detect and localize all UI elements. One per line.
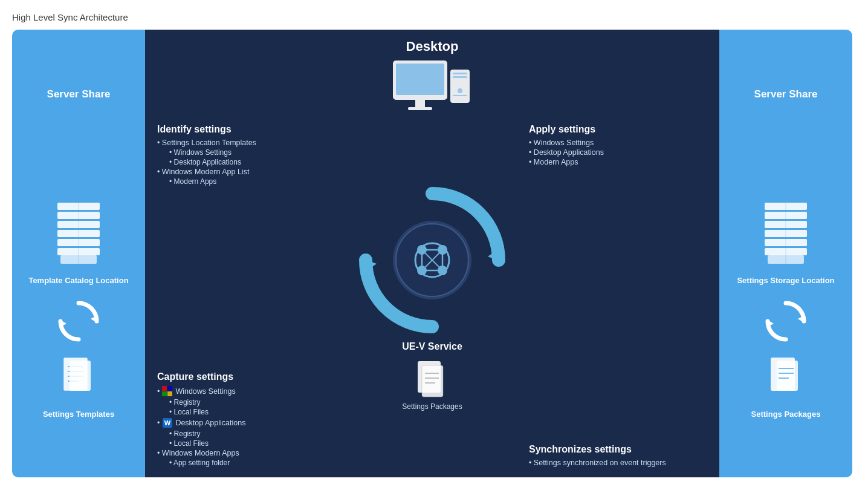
doc-icon-left bbox=[60, 358, 97, 400]
identify-item-1-1: Windows Settings bbox=[157, 148, 335, 157]
svg-rect-19 bbox=[408, 107, 432, 110]
svg-text:W: W bbox=[164, 419, 171, 427]
settings-packages-right-item: Settings Packages bbox=[751, 358, 821, 419]
capture-item-1-1: Registry bbox=[157, 398, 335, 407]
page-title: High Level Sync Architecture bbox=[12, 12, 128, 22]
svg-point-23 bbox=[458, 88, 462, 93]
diagram: Server Share Template Catalog Location bbox=[12, 30, 852, 477]
capture-item-2-2: Local Files bbox=[157, 439, 335, 448]
capture-item-3-1: App setting folder bbox=[157, 459, 335, 467]
svg-rect-24 bbox=[453, 95, 467, 96]
apply-settings: Apply settings Windows Settings Desktop … bbox=[529, 124, 707, 168]
template-catalog-label: Template Catalog Location bbox=[28, 276, 128, 285]
template-catalog-item: Template Catalog Location bbox=[28, 200, 128, 285]
apply-item-2: Desktop Applications bbox=[529, 148, 707, 157]
svg-rect-18 bbox=[415, 100, 425, 107]
svg-rect-27 bbox=[162, 391, 167, 396]
capture-item-2: W Desktop Applications bbox=[157, 417, 335, 428]
capture-item-3: Windows Modern Apps bbox=[157, 449, 335, 457]
server-icon-left bbox=[51, 200, 106, 266]
svg-rect-26 bbox=[167, 386, 172, 391]
uev-label: UE-V Service bbox=[402, 341, 462, 352]
svg-rect-22 bbox=[453, 76, 467, 78]
svg-rect-28 bbox=[167, 391, 172, 396]
right-share-header: Server Share bbox=[754, 88, 818, 100]
settings-storage-item: Settings Storage Location bbox=[737, 200, 834, 285]
capture-title: Capture settings bbox=[157, 371, 335, 382]
apply-title: Apply settings bbox=[529, 124, 707, 135]
right-server-share: Server Share Settings Storage Location bbox=[719, 30, 852, 477]
right-content-section: Apply settings Windows Settings Desktop … bbox=[529, 124, 707, 468]
settings-templates-item: Settings Templates bbox=[43, 358, 114, 419]
capture-settings: Capture settings Windows Settings Regis bbox=[157, 371, 335, 468]
svg-rect-62 bbox=[777, 361, 798, 391]
apply-list: Windows Settings Desktop Applications Mo… bbox=[529, 139, 707, 166]
identify-item-1-2: Desktop Applications bbox=[157, 158, 335, 166]
apply-item-3: Modern Apps bbox=[529, 158, 707, 166]
sync-item-1: Settings synchronized on event triggers bbox=[529, 459, 707, 467]
settings-packages-center-label: Settings Packages bbox=[402, 402, 462, 411]
desktop-icon bbox=[157, 57, 707, 118]
settings-packages-right-label: Settings Packages bbox=[751, 410, 821, 419]
apply-item-1: Windows Settings bbox=[529, 139, 707, 147]
server-icon-right bbox=[759, 200, 813, 266]
svg-rect-20 bbox=[450, 70, 470, 103]
svg-rect-47 bbox=[422, 365, 443, 397]
left-share-header: Server Share bbox=[47, 88, 111, 100]
sync-settings: Synchronizes settings Settings synchroni… bbox=[529, 444, 707, 468]
center-panel: Desktop Identify settin bbox=[145, 30, 719, 477]
capture-list: Windows Settings Registry Local Files W … bbox=[157, 386, 335, 467]
identify-settings: Identify settings Settings Location Temp… bbox=[157, 124, 335, 187]
svg-rect-25 bbox=[162, 386, 167, 391]
capture-item-1-2: Local Files bbox=[157, 408, 335, 416]
doc-icon-right bbox=[768, 358, 804, 400]
identify-item-2: Windows Modern App List bbox=[157, 168, 335, 176]
middle-section: UE-V Service Settings Packages bbox=[348, 124, 517, 468]
capture-item-2-1: Registry bbox=[157, 430, 335, 438]
left-content-section: Identify settings Settings Location Temp… bbox=[157, 124, 335, 468]
identify-title: Identify settings bbox=[157, 124, 335, 135]
settings-storage-label: Settings Storage Location bbox=[737, 276, 834, 285]
sync-icon-left bbox=[54, 297, 103, 345]
uev-circle bbox=[354, 181, 511, 339]
svg-rect-17 bbox=[396, 64, 444, 95]
identify-item-1: Settings Location Templates bbox=[157, 139, 335, 147]
svg-rect-15 bbox=[70, 361, 91, 391]
desktop-header: Desktop bbox=[157, 39, 707, 54]
settings-packages-center: Settings Packages bbox=[402, 361, 462, 411]
identify-list: Settings Location Templates Windows Sett… bbox=[157, 139, 335, 186]
identify-item-2-1: Modern Apps bbox=[157, 177, 335, 186]
sync-icon-right bbox=[762, 297, 810, 345]
sync-list: Settings synchronized on event triggers bbox=[529, 459, 707, 467]
settings-templates-label: Settings Templates bbox=[43, 410, 114, 419]
svg-rect-21 bbox=[453, 73, 467, 74]
capture-item-1: Windows Settings bbox=[157, 386, 335, 397]
left-server-share: Server Share Template Catalog Location bbox=[12, 30, 145, 477]
sync-title: Synchronizes settings bbox=[529, 444, 707, 455]
